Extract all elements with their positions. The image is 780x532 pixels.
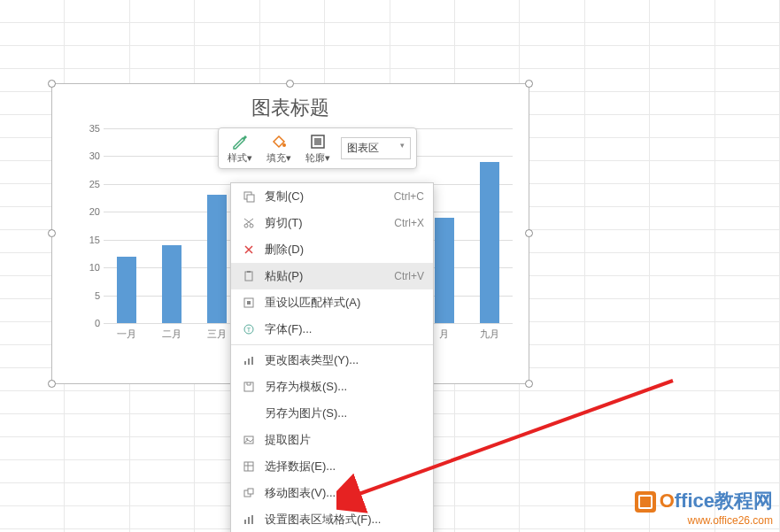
scissors-icon (240, 216, 258, 230)
y-axis: 05101520253035 (79, 128, 104, 323)
svg-rect-24 (248, 517, 250, 524)
y-tick: 20 (89, 206, 100, 217)
chart-type-icon (240, 353, 258, 367)
resize-handle[interactable] (525, 80, 533, 88)
menu-label: 另存为图片(S)... (265, 405, 424, 421)
paste-icon (240, 269, 258, 283)
bar (435, 218, 454, 323)
style-button[interactable]: 样式▾ (224, 132, 256, 165)
logo-icon (635, 491, 656, 513)
format-icon (240, 513, 258, 527)
menu-paste[interactable]: 粘贴(P) Ctrl+V (231, 263, 433, 289)
menu-reset-style[interactable]: 重设以匹配样式(A) (231, 289, 433, 316)
chart-title[interactable]: 图表标题 (52, 84, 529, 127)
menu-label: 粘贴(P) (265, 268, 394, 284)
svg-point-6 (250, 224, 253, 227)
menu-move-chart[interactable]: 移动图表(V)... (231, 480, 433, 506)
y-tick: 15 (89, 235, 100, 245)
menu-delete[interactable]: 删除(D) (231, 236, 433, 263)
context-menu: 复制(C) Ctrl+C 剪切(T) Ctrl+X 删除(D) 粘贴(P) Ct… (230, 182, 434, 532)
copy-icon (240, 189, 258, 204)
outline-label: 轮廓 (305, 152, 325, 163)
svg-rect-23 (244, 520, 246, 524)
svg-point-5 (244, 224, 248, 227)
menu-label: 复制(C) (265, 189, 394, 204)
resize-handle[interactable] (525, 380, 533, 388)
resize-handle[interactable] (48, 229, 56, 237)
svg-rect-14 (251, 357, 253, 365)
y-tick: 5 (95, 290, 100, 301)
resize-handle[interactable] (286, 80, 294, 88)
fill-label: 填充 (266, 152, 286, 163)
menu-label: 移动图表(V)... (265, 485, 424, 501)
y-tick: 10 (89, 262, 100, 273)
resize-handle[interactable] (525, 229, 533, 237)
bar (162, 245, 181, 323)
reset-icon (240, 296, 258, 310)
menu-label: 字体(F)... (265, 321, 424, 337)
menu-change-chart-type[interactable]: 更改图表类型(Y)... (231, 347, 433, 374)
menu-save-template[interactable]: 另存为模板(S)... (231, 374, 433, 400)
outline-button[interactable]: 轮廓▾ (302, 132, 334, 165)
menu-shortcut: Ctrl+X (394, 217, 424, 229)
menu-label: 重设以匹配样式(A) (265, 295, 424, 311)
watermark-url: www.office26.com (635, 514, 773, 527)
svg-rect-7 (245, 272, 252, 281)
x-label: 九月 (480, 328, 499, 341)
bar (480, 162, 499, 323)
chart-element-selector[interactable]: 图表区 (341, 137, 411, 159)
brush-icon (230, 132, 250, 151)
menu-shortcut: Ctrl+C (394, 190, 424, 203)
menu-extract-image[interactable]: 提取图片 (231, 427, 433, 453)
x-label: 一月 (117, 328, 136, 341)
svg-rect-18 (244, 462, 253, 471)
menu-label: 剪切(T) (265, 215, 394, 231)
svg-rect-12 (244, 361, 246, 365)
bar (117, 257, 136, 323)
y-tick: 0 (95, 318, 100, 328)
save-image-icon (240, 406, 258, 420)
menu-label: 更改图表类型(Y)... (265, 352, 424, 368)
resize-handle[interactable] (48, 380, 56, 388)
menu-shortcut: Ctrl+V (394, 270, 424, 282)
menu-label: 删除(D) (265, 242, 424, 258)
svg-rect-2 (314, 138, 321, 145)
save-template-icon (240, 380, 258, 394)
svg-rect-25 (251, 515, 253, 524)
fill-button[interactable]: 填充▾ (263, 132, 295, 165)
svg-rect-15 (244, 382, 253, 391)
menu-cut[interactable]: 剪切(T) Ctrl+X (231, 210, 433, 236)
y-tick: 35 (89, 123, 100, 134)
menu-label: 设置图表区域格式(F)... (265, 512, 424, 528)
select-data-icon (240, 459, 258, 474)
resize-handle[interactable] (48, 80, 56, 88)
x-label: 三月 (207, 328, 227, 341)
style-label: 样式 (228, 152, 247, 163)
menu-font[interactable]: T 字体(F)... (231, 316, 433, 343)
bar (207, 195, 227, 323)
bucket-icon (269, 132, 289, 151)
y-tick: 25 (89, 179, 100, 189)
menu-label: 提取图片 (265, 432, 424, 448)
menu-copy[interactable]: 复制(C) Ctrl+C (231, 183, 433, 210)
menu-save-image[interactable]: 另存为图片(S)... (231, 400, 433, 427)
x-label: 二月 (162, 328, 181, 341)
chart-mini-toolbar: 样式▾ 填充▾ 轮廓▾ 图表区 (218, 127, 417, 169)
image-icon (240, 433, 258, 447)
watermark: Office教程网 www.office26.com (635, 488, 773, 527)
svg-rect-8 (247, 271, 251, 273)
menu-separator (231, 344, 433, 345)
menu-label: 选择数据(E)... (265, 459, 424, 474)
font-icon: T (240, 322, 258, 336)
move-chart-icon (240, 486, 258, 500)
svg-rect-13 (248, 359, 250, 365)
y-tick: 30 (89, 150, 100, 161)
x-label: 月 (435, 328, 454, 341)
menu-label: 另存为模板(S)... (265, 379, 424, 395)
menu-select-data[interactable]: 选择数据(E)... (231, 453, 433, 480)
svg-text:T: T (247, 326, 251, 334)
delete-icon (240, 243, 258, 257)
menu-format-chart-area[interactable]: 设置图表区域格式(F)... (231, 506, 433, 532)
outline-icon (308, 132, 328, 151)
svg-rect-4 (247, 195, 254, 202)
